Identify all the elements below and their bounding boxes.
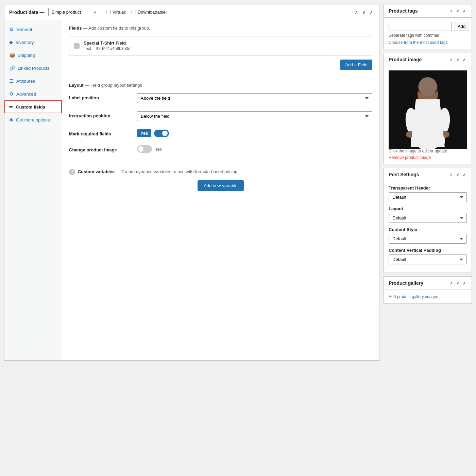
downloadable-checkbox-label[interactable]: Downloadable:	[132, 10, 167, 15]
product-type-wrapper: Simple product	[48, 8, 99, 16]
post-settings-close[interactable]: ∧	[462, 171, 467, 178]
tags-add-button[interactable]: Add	[454, 22, 469, 31]
content-style-select[interactable]: Default Yes No	[389, 234, 467, 244]
sidebar-item-general-label: General	[16, 27, 32, 32]
general-icon: ⚙	[9, 27, 14, 32]
custom-variables-dash: —	[116, 169, 122, 174]
product-tags-body: Add Separate tags with commas Choose fro…	[384, 18, 472, 49]
instruction-position-select[interactable]: Below the field Above the field Hidden	[137, 111, 372, 121]
post-settings-collapse-up[interactable]: ∧	[449, 171, 454, 178]
change-product-image-label: Change product image	[69, 145, 130, 152]
field-info: Special T-Shirt Field Text ID: 62f1a4b8b…	[84, 40, 130, 51]
fields-header-dash: —	[83, 26, 88, 31]
product-image-box: Product image ∧ ∨ ∧	[384, 53, 472, 164]
sidebar-item-inventory[interactable]: ◆ Inventory	[4, 36, 62, 49]
layout-section-header: Layout — Field group layout settings	[69, 83, 372, 88]
product-image-hint: Click the image to edit or update	[389, 149, 467, 153]
product-tags-collapse-down[interactable]: ∨	[455, 8, 460, 14]
product-image-close[interactable]: ∧	[462, 56, 467, 63]
change-product-image-label-text: Change product image	[69, 147, 117, 152]
transparent-header-label: Transparent Header	[389, 185, 467, 191]
svg-point-9	[406, 131, 414, 138]
product-tags-controls: ∧ ∨ ∧	[449, 8, 467, 14]
add-gallery-images-link[interactable]: Add product gallery images	[389, 294, 438, 299]
product-gallery-close[interactable]: ∧	[462, 280, 467, 286]
product-tags-title: Product tags	[389, 8, 418, 14]
product-image-collapse-down[interactable]: ∨	[455, 56, 460, 63]
field-meta: Text ID: 62f1a4b8b350d	[84, 46, 130, 51]
label-position-control: Above the field Below the field Left of …	[137, 93, 372, 103]
product-gallery-collapse-down[interactable]: ∨	[455, 280, 460, 286]
product-image-title: Product image	[389, 57, 422, 62]
post-settings-collapse-down[interactable]: ∨	[455, 171, 460, 178]
post-settings-title: Post Settings	[389, 172, 419, 177]
toggle-no-label: No	[156, 147, 162, 152]
product-image-remove-link[interactable]: Remove product image	[389, 155, 431, 160]
downloadable-checkbox[interactable]	[132, 10, 136, 14]
product-tags-header: Product tags ∧ ∨ ∧	[384, 4, 472, 18]
toggle-yes-btn[interactable]: Yes	[137, 129, 151, 137]
svg-rect-5	[425, 104, 431, 111]
transparent-header-select[interactable]: Default Yes No	[389, 192, 467, 202]
mark-required-toggle-wrap: Yes	[137, 129, 372, 137]
instruction-position-label: Instruction position	[69, 111, 130, 118]
svg-point-4	[417, 80, 438, 95]
sidebar-item-shipping[interactable]: 📦 Shipping	[4, 49, 62, 62]
tags-choose-link[interactable]: Choose from the most used tags	[389, 40, 447, 45]
get-more-options-icon: ✱	[9, 117, 13, 122]
layout-select[interactable]: Default Yes No	[389, 213, 467, 223]
virtual-checkbox[interactable]	[106, 10, 111, 14]
product-tags-close[interactable]: ∧	[462, 8, 467, 14]
add-variable-button[interactable]: Add new variable	[198, 180, 244, 191]
sidebar-item-shipping-label: Shipping	[18, 53, 35, 58]
post-settings-body: Transparent Header Default Yes No Layout…	[384, 181, 472, 273]
order-controls: ∧ ∨ ∧	[353, 9, 374, 16]
add-field-button[interactable]: Add a Field	[340, 60, 372, 70]
product-image-collapse-up[interactable]: ∧	[449, 56, 454, 63]
product-gallery-title: Product gallery	[389, 280, 423, 286]
product-image-preview[interactable]	[389, 70, 467, 149]
mark-required-toggle[interactable]	[154, 130, 169, 137]
inventory-icon: ◆	[9, 39, 13, 45]
change-product-image-toggle[interactable]	[137, 145, 152, 153]
product-tags-collapse-up[interactable]: ∧	[449, 8, 454, 14]
fields-header-title: Fields	[69, 26, 82, 31]
shipping-icon: 📦	[9, 52, 15, 58]
sidebar-item-custom-fields[interactable]: ✏ Custom fields	[4, 100, 62, 113]
sidebar-item-inventory-label: Inventory	[16, 40, 34, 45]
sidebar-item-advanced[interactable]: ⚙ Advanced	[4, 87, 62, 100]
label-position-row: Label position Above the field Below the…	[69, 93, 372, 103]
order-down-btn[interactable]: ∨	[361, 9, 367, 16]
tags-text-input[interactable]	[389, 22, 452, 31]
virtual-checkbox-label[interactable]: Virtual:	[106, 10, 126, 15]
label-position-label: Label position	[69, 93, 130, 100]
add-field-row: Add a Field	[69, 60, 372, 70]
sidebar-item-get-more-options[interactable]: ✱ Get more options	[4, 113, 62, 126]
product-type-select[interactable]: Simple product	[48, 8, 99, 16]
sidebar-item-linked-products[interactable]: 🔗 Linked Products	[4, 62, 62, 75]
custom-variables-header: ? Custom variables — Create dynamic vari…	[69, 169, 372, 175]
field-item: Special T-Shirt Field Text ID: 62f1a4b8b…	[69, 36, 372, 55]
post-settings-controls: ∧ ∨ ∧	[449, 171, 467, 178]
field-drag-handle[interactable]	[74, 43, 80, 49]
field-type: Text	[84, 46, 91, 51]
order-up-btn[interactable]: ∧	[353, 9, 359, 16]
order-close-btn[interactable]: ∧	[368, 9, 374, 16]
content-vertical-padding-select[interactable]: Default Yes No	[389, 255, 467, 264]
sidebar-item-attributes-label: Attributes	[16, 79, 35, 84]
svg-point-2	[409, 103, 446, 149]
sidebar-item-attributes[interactable]: ☰ Attributes	[4, 75, 62, 87]
tags-hint: Separate tags with commas	[389, 33, 467, 38]
sidebar-item-get-more-options-label: Get more options	[16, 117, 50, 122]
product-image-svg	[389, 70, 467, 149]
product-content: Fields — Add custom fields to this group…	[62, 20, 379, 360]
content-style-label: Content Style	[389, 227, 467, 232]
section-divider-1	[69, 77, 372, 77]
product-gallery-collapse-up[interactable]: ∧	[449, 280, 454, 286]
transparent-header-row: Transparent Header Default Yes No	[389, 185, 467, 202]
advanced-icon: ⚙	[9, 91, 14, 97]
post-settings-box: Post Settings ∧ ∨ ∧ Transparent Header D…	[384, 168, 472, 273]
sidebar-item-general[interactable]: ⚙ General	[4, 23, 62, 36]
svg-point-10	[441, 131, 449, 138]
label-position-select[interactable]: Above the field Below the field Left of …	[137, 93, 372, 103]
